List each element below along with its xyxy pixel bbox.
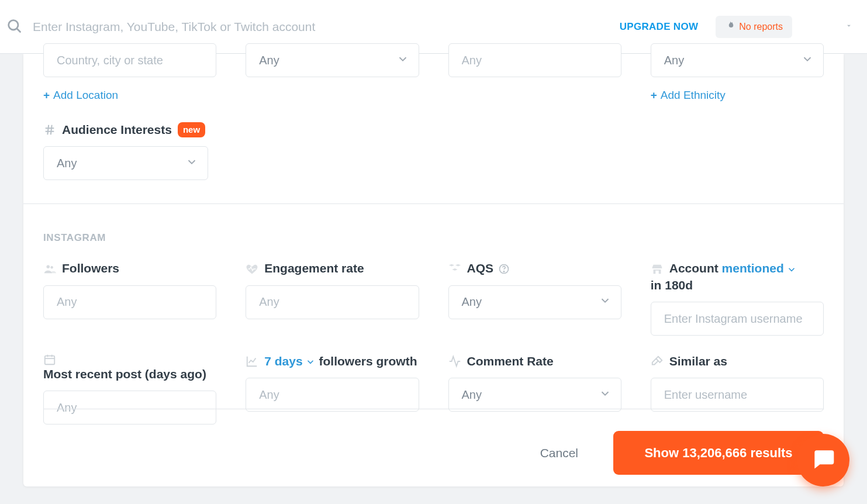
chevron-down-icon	[396, 53, 409, 68]
audience-col3-input[interactable]	[448, 43, 621, 77]
audience-interests-block: Audience Interests new Any	[43, 122, 208, 180]
account-mentioned-input[interactable]	[651, 302, 824, 336]
location-input[interactable]	[43, 43, 216, 77]
add-location-link[interactable]: +Add Location	[43, 89, 118, 102]
engagement-rate-field: Engagement rate	[246, 260, 419, 336]
filters-row-audience: +Add Location Any Any +Add Ethnicity	[43, 43, 824, 102]
chat-icon	[810, 446, 836, 474]
ethnicity-field: Any +Add Ethnicity	[651, 43, 824, 102]
ethnicity-select[interactable]: Any	[651, 43, 824, 77]
svg-line-1	[17, 29, 20, 32]
followers-growth-field: 7 days followers growth	[246, 353, 419, 424]
chevron-down-icon	[599, 387, 612, 403]
followers-input[interactable]	[43, 285, 216, 319]
aqs-field: AQS Any	[448, 260, 621, 336]
svg-line-5	[51, 125, 52, 135]
search-icon	[6, 18, 22, 36]
chevron-down-icon	[599, 294, 612, 310]
chat-fab[interactable]	[797, 434, 849, 486]
similar-as-input[interactable]	[651, 378, 824, 412]
mention-type-dropdown[interactable]: mentioned	[722, 260, 797, 277]
comment-rate-select[interactable]: Any	[448, 378, 621, 412]
reports-pill[interactable]: No reports	[716, 16, 792, 38]
audience-interests-select[interactable]: Any	[43, 146, 208, 180]
upgrade-link[interactable]: UPGRADE NOW	[620, 21, 699, 33]
new-badge: new	[178, 122, 205, 137]
cubes-icon	[448, 263, 461, 275]
store-icon	[651, 263, 664, 275]
calendar-icon	[43, 353, 56, 366]
audience-col2-field: Any	[246, 43, 419, 102]
engagement-rate-input[interactable]	[246, 285, 419, 319]
activity-icon	[448, 355, 461, 368]
followers-field: Followers	[43, 260, 216, 336]
audience-col3-field	[448, 43, 621, 102]
user-menu-caret[interactable]	[845, 22, 853, 32]
heartbeat-icon	[246, 263, 258, 275]
followers-growth-input[interactable]	[246, 378, 419, 412]
panel-footer: Cancel Show 13,206,666 results	[43, 431, 824, 475]
instagram-section-title: INSTAGRAM	[43, 232, 824, 244]
similar-as-field: Similar as	[651, 353, 824, 424]
recent-post-input[interactable]	[43, 391, 216, 424]
svg-rect-10	[45, 356, 55, 365]
help-icon[interactable]	[498, 263, 510, 275]
show-results-button[interactable]: Show 13,206,666 results	[613, 431, 824, 475]
audience-col2-select[interactable]: Any	[246, 43, 419, 77]
chart-line-icon	[246, 355, 258, 368]
svg-point-6	[47, 265, 50, 268]
location-field: +Add Location	[43, 43, 216, 102]
instagram-section: INSTAGRAM Followers Engagement rate	[43, 232, 824, 424]
filters-panel: +Add Location Any Any +Add Ethnicity Aud…	[23, 54, 844, 486]
aqs-select[interactable]: Any	[448, 285, 621, 319]
eyedropper-icon	[651, 355, 664, 368]
svg-point-7	[50, 266, 53, 268]
audience-interests-label: Audience Interests new	[43, 122, 208, 138]
cancel-button[interactable]: Cancel	[540, 446, 578, 460]
svg-line-4	[47, 125, 49, 135]
section-divider	[23, 203, 844, 204]
account-mentioned-field: Account mentioned in 180d	[651, 260, 824, 336]
chevron-down-icon	[801, 53, 814, 68]
add-ethnicity-link[interactable]: +Add Ethnicity	[651, 89, 726, 102]
reports-label: No reports	[739, 22, 783, 32]
fire-icon	[725, 20, 739, 33]
hashtag-icon	[43, 123, 56, 136]
comment-rate-field: Comment Rate Any	[448, 353, 621, 424]
growth-period-dropdown[interactable]: 7 days	[264, 353, 315, 370]
chevron-down-icon	[185, 156, 198, 171]
users-icon	[43, 263, 56, 275]
global-search-input[interactable]	[32, 19, 620, 34]
svg-point-9	[503, 271, 504, 271]
recent-post-field: Most recent post (days ago)	[43, 353, 216, 424]
